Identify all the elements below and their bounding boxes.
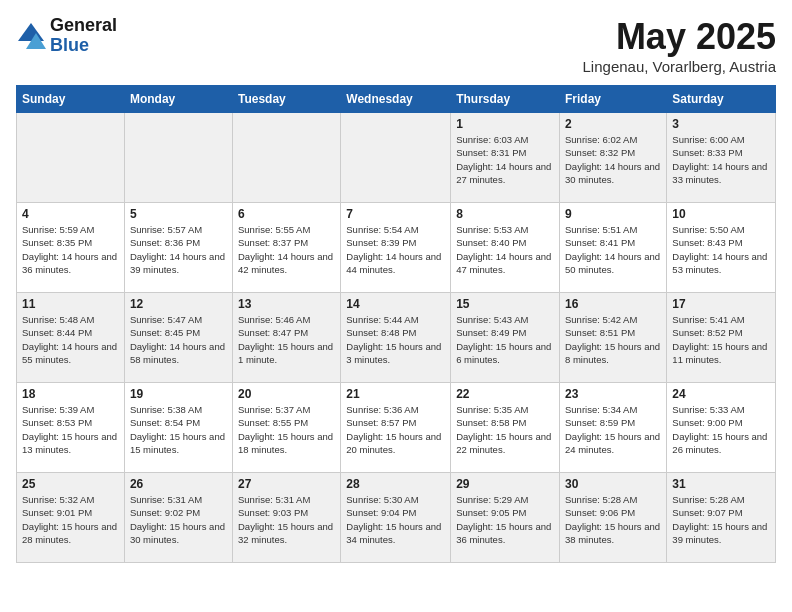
day-info: Sunrise: 5:28 AM Sunset: 9:06 PM Dayligh…	[565, 493, 661, 546]
day-number: 12	[130, 297, 227, 311]
day-info: Sunrise: 5:29 AM Sunset: 9:05 PM Dayligh…	[456, 493, 554, 546]
calendar-cell: 26Sunrise: 5:31 AM Sunset: 9:02 PM Dayli…	[124, 473, 232, 563]
day-number: 6	[238, 207, 335, 221]
logo-text: General Blue	[50, 16, 117, 56]
day-number: 10	[672, 207, 770, 221]
calendar-cell: 1Sunrise: 6:03 AM Sunset: 8:31 PM Daylig…	[451, 113, 560, 203]
calendar-cell: 6Sunrise: 5:55 AM Sunset: 8:37 PM Daylig…	[232, 203, 340, 293]
calendar-cell: 12Sunrise: 5:47 AM Sunset: 8:45 PM Dayli…	[124, 293, 232, 383]
title-block: May 2025 Lingenau, Vorarlberg, Austria	[583, 16, 776, 75]
calendar-cell: 15Sunrise: 5:43 AM Sunset: 8:49 PM Dayli…	[451, 293, 560, 383]
calendar-cell	[124, 113, 232, 203]
page-header: General Blue May 2025 Lingenau, Vorarlbe…	[16, 16, 776, 75]
day-number: 3	[672, 117, 770, 131]
calendar-cell: 11Sunrise: 5:48 AM Sunset: 8:44 PM Dayli…	[17, 293, 125, 383]
column-header-wednesday: Wednesday	[341, 86, 451, 113]
day-number: 13	[238, 297, 335, 311]
day-number: 4	[22, 207, 119, 221]
calendar-cell: 10Sunrise: 5:50 AM Sunset: 8:43 PM Dayli…	[667, 203, 776, 293]
calendar-cell	[232, 113, 340, 203]
calendar-cell	[341, 113, 451, 203]
day-info: Sunrise: 6:02 AM Sunset: 8:32 PM Dayligh…	[565, 133, 661, 186]
svg-marker-0	[18, 23, 44, 41]
calendar-cell: 28Sunrise: 5:30 AM Sunset: 9:04 PM Dayli…	[341, 473, 451, 563]
calendar-cell: 25Sunrise: 5:32 AM Sunset: 9:01 PM Dayli…	[17, 473, 125, 563]
calendar-week-row: 11Sunrise: 5:48 AM Sunset: 8:44 PM Dayli…	[17, 293, 776, 383]
day-info: Sunrise: 6:03 AM Sunset: 8:31 PM Dayligh…	[456, 133, 554, 186]
day-info: Sunrise: 5:28 AM Sunset: 9:07 PM Dayligh…	[672, 493, 770, 546]
day-number: 25	[22, 477, 119, 491]
column-header-friday: Friday	[560, 86, 667, 113]
logo-general: General	[50, 16, 117, 36]
calendar-cell: 8Sunrise: 5:53 AM Sunset: 8:40 PM Daylig…	[451, 203, 560, 293]
day-info: Sunrise: 5:57 AM Sunset: 8:36 PM Dayligh…	[130, 223, 227, 276]
column-header-tuesday: Tuesday	[232, 86, 340, 113]
day-info: Sunrise: 5:31 AM Sunset: 9:03 PM Dayligh…	[238, 493, 335, 546]
calendar-cell: 3Sunrise: 6:00 AM Sunset: 8:33 PM Daylig…	[667, 113, 776, 203]
day-info: Sunrise: 5:50 AM Sunset: 8:43 PM Dayligh…	[672, 223, 770, 276]
day-number: 29	[456, 477, 554, 491]
day-info: Sunrise: 5:36 AM Sunset: 8:57 PM Dayligh…	[346, 403, 445, 456]
calendar-cell: 24Sunrise: 5:33 AM Sunset: 9:00 PM Dayli…	[667, 383, 776, 473]
day-info: Sunrise: 5:46 AM Sunset: 8:47 PM Dayligh…	[238, 313, 335, 366]
calendar-cell: 4Sunrise: 5:59 AM Sunset: 8:35 PM Daylig…	[17, 203, 125, 293]
calendar-cell: 18Sunrise: 5:39 AM Sunset: 8:53 PM Dayli…	[17, 383, 125, 473]
calendar-cell: 22Sunrise: 5:35 AM Sunset: 8:58 PM Dayli…	[451, 383, 560, 473]
day-number: 17	[672, 297, 770, 311]
logo: General Blue	[16, 16, 117, 56]
calendar-cell: 29Sunrise: 5:29 AM Sunset: 9:05 PM Dayli…	[451, 473, 560, 563]
day-info: Sunrise: 5:33 AM Sunset: 9:00 PM Dayligh…	[672, 403, 770, 456]
day-info: Sunrise: 5:37 AM Sunset: 8:55 PM Dayligh…	[238, 403, 335, 456]
calendar-cell: 21Sunrise: 5:36 AM Sunset: 8:57 PM Dayli…	[341, 383, 451, 473]
calendar-cell: 7Sunrise: 5:54 AM Sunset: 8:39 PM Daylig…	[341, 203, 451, 293]
day-number: 8	[456, 207, 554, 221]
day-info: Sunrise: 5:44 AM Sunset: 8:48 PM Dayligh…	[346, 313, 445, 366]
day-number: 9	[565, 207, 661, 221]
day-number: 30	[565, 477, 661, 491]
calendar-cell: 5Sunrise: 5:57 AM Sunset: 8:36 PM Daylig…	[124, 203, 232, 293]
calendar-cell: 13Sunrise: 5:46 AM Sunset: 8:47 PM Dayli…	[232, 293, 340, 383]
day-number: 7	[346, 207, 445, 221]
calendar-cell: 30Sunrise: 5:28 AM Sunset: 9:06 PM Dayli…	[560, 473, 667, 563]
location-title: Lingenau, Vorarlberg, Austria	[583, 58, 776, 75]
calendar-cell: 19Sunrise: 5:38 AM Sunset: 8:54 PM Dayli…	[124, 383, 232, 473]
column-header-monday: Monday	[124, 86, 232, 113]
day-info: Sunrise: 5:35 AM Sunset: 8:58 PM Dayligh…	[456, 403, 554, 456]
day-number: 18	[22, 387, 119, 401]
day-number: 23	[565, 387, 661, 401]
day-number: 27	[238, 477, 335, 491]
day-info: Sunrise: 5:32 AM Sunset: 9:01 PM Dayligh…	[22, 493, 119, 546]
calendar-cell: 16Sunrise: 5:42 AM Sunset: 8:51 PM Dayli…	[560, 293, 667, 383]
day-number: 5	[130, 207, 227, 221]
calendar-table: SundayMondayTuesdayWednesdayThursdayFrid…	[16, 85, 776, 563]
day-info: Sunrise: 5:31 AM Sunset: 9:02 PM Dayligh…	[130, 493, 227, 546]
day-number: 19	[130, 387, 227, 401]
column-header-sunday: Sunday	[17, 86, 125, 113]
day-number: 15	[456, 297, 554, 311]
month-title: May 2025	[583, 16, 776, 58]
day-info: Sunrise: 5:38 AM Sunset: 8:54 PM Dayligh…	[130, 403, 227, 456]
calendar-week-row: 18Sunrise: 5:39 AM Sunset: 8:53 PM Dayli…	[17, 383, 776, 473]
day-number: 20	[238, 387, 335, 401]
day-number: 1	[456, 117, 554, 131]
day-info: Sunrise: 5:51 AM Sunset: 8:41 PM Dayligh…	[565, 223, 661, 276]
column-header-thursday: Thursday	[451, 86, 560, 113]
day-info: Sunrise: 5:59 AM Sunset: 8:35 PM Dayligh…	[22, 223, 119, 276]
day-info: Sunrise: 5:53 AM Sunset: 8:40 PM Dayligh…	[456, 223, 554, 276]
day-info: Sunrise: 5:47 AM Sunset: 8:45 PM Dayligh…	[130, 313, 227, 366]
calendar-cell: 31Sunrise: 5:28 AM Sunset: 9:07 PM Dayli…	[667, 473, 776, 563]
day-info: Sunrise: 5:42 AM Sunset: 8:51 PM Dayligh…	[565, 313, 661, 366]
calendar-cell: 17Sunrise: 5:41 AM Sunset: 8:52 PM Dayli…	[667, 293, 776, 383]
day-info: Sunrise: 5:34 AM Sunset: 8:59 PM Dayligh…	[565, 403, 661, 456]
calendar-week-row: 25Sunrise: 5:32 AM Sunset: 9:01 PM Dayli…	[17, 473, 776, 563]
day-info: Sunrise: 6:00 AM Sunset: 8:33 PM Dayligh…	[672, 133, 770, 186]
day-number: 21	[346, 387, 445, 401]
day-number: 14	[346, 297, 445, 311]
day-number: 2	[565, 117, 661, 131]
day-info: Sunrise: 5:39 AM Sunset: 8:53 PM Dayligh…	[22, 403, 119, 456]
day-info: Sunrise: 5:30 AM Sunset: 9:04 PM Dayligh…	[346, 493, 445, 546]
calendar-cell: 27Sunrise: 5:31 AM Sunset: 9:03 PM Dayli…	[232, 473, 340, 563]
day-info: Sunrise: 5:55 AM Sunset: 8:37 PM Dayligh…	[238, 223, 335, 276]
calendar-cell: 20Sunrise: 5:37 AM Sunset: 8:55 PM Dayli…	[232, 383, 340, 473]
day-info: Sunrise: 5:43 AM Sunset: 8:49 PM Dayligh…	[456, 313, 554, 366]
